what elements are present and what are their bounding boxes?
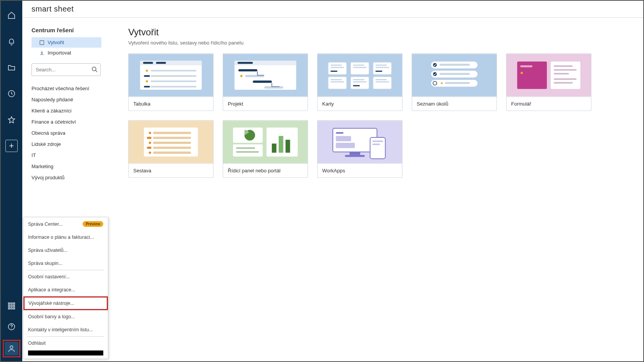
- category-item[interactable]: Obecná správa: [31, 127, 114, 139]
- category-item[interactable]: Finance a účetnictví: [31, 116, 114, 127]
- user-button-highlight: [3, 340, 20, 357]
- user-icon[interactable]: [5, 342, 18, 355]
- svg-rect-13: [40, 40, 44, 45]
- help-icon[interactable]: [4, 319, 19, 334]
- search-input[interactable]: [31, 63, 101, 76]
- card-illus-report: [129, 121, 213, 164]
- svg-rect-77: [554, 73, 569, 74]
- svg-rect-52: [376, 64, 387, 66]
- svg-rect-65: [439, 73, 470, 75]
- card-project[interactable]: Projekt: [223, 53, 308, 111]
- category-item[interactable]: IT: [31, 150, 114, 161]
- svg-rect-72: [520, 65, 533, 67]
- bell-icon[interactable]: [4, 34, 19, 49]
- card-dashboard[interactable]: Řídicí panel nebo portál: [223, 120, 308, 178]
- user-menu-label: Osobní barvy a logo...: [28, 314, 75, 319]
- svg-rect-62: [439, 64, 470, 66]
- svg-point-73: [521, 72, 523, 74]
- user-menu-label: Vývojářské nástroje...: [28, 301, 74, 306]
- clock-icon[interactable]: [4, 86, 19, 101]
- card-form[interactable]: Formulář: [506, 53, 591, 111]
- user-menu-item[interactable]: Správa skupin...: [23, 257, 108, 270]
- search-icon: [91, 66, 98, 73]
- category-item[interactable]: Procházet všechna řešení: [31, 83, 114, 94]
- category-item[interactable]: Lidské zdroje: [31, 139, 114, 150]
- brand-title: smart sheet: [31, 5, 74, 13]
- svg-rect-5: [11, 305, 12, 307]
- category-item[interactable]: Vývoj produktů: [31, 172, 114, 183]
- card-illus-table: [129, 54, 213, 97]
- svg-rect-7: [8, 308, 10, 309]
- svg-rect-27: [151, 86, 196, 88]
- card-table[interactable]: Tabulka: [128, 53, 214, 111]
- user-menu-item[interactable]: Správa uživatelů...: [23, 244, 108, 257]
- svg-rect-100: [286, 140, 290, 153]
- user-menu-label: Kontakty v inteligentním listu...: [28, 327, 93, 332]
- user-menu-label: Správa Center...: [28, 221, 63, 227]
- user-menu-item[interactable]: Aplikace a integrace...: [23, 283, 108, 296]
- svg-rect-47: [331, 81, 344, 83]
- preview-badge: Preview: [83, 221, 103, 227]
- svg-rect-54: [376, 79, 387, 80]
- card-tasks[interactable]: Seznam úkolů: [412, 53, 497, 111]
- svg-rect-26: [144, 86, 150, 88]
- new-button[interactable]: +: [4, 138, 19, 154]
- folder-icon[interactable]: [4, 60, 19, 75]
- svg-rect-109: [372, 141, 383, 142]
- apps-icon[interactable]: [4, 298, 19, 314]
- svg-rect-79: [554, 82, 573, 84]
- svg-rect-45: [331, 67, 344, 68]
- panel-title: Centrum řešení: [31, 27, 114, 33]
- user-menu-label: Osobní nastavení...: [28, 274, 70, 279]
- svg-rect-19: [156, 62, 166, 64]
- star-icon[interactable]: [4, 112, 19, 127]
- user-menu-label: Informace o plánu a fakturaci...: [28, 235, 94, 240]
- svg-rect-98: [272, 144, 276, 153]
- home-icon[interactable]: [4, 8, 19, 23]
- panel-item-create[interactable]: Vytvořit: [31, 37, 101, 48]
- card-workapps[interactable]: WorkApps: [317, 120, 402, 178]
- svg-point-68: [441, 82, 443, 84]
- category-item[interactable]: Marketing: [31, 161, 114, 172]
- svg-rect-55: [376, 81, 389, 83]
- svg-rect-4: [8, 305, 10, 307]
- card-cards[interactable]: Karty: [317, 53, 402, 111]
- svg-rect-110: [372, 144, 380, 145]
- svg-rect-22: [144, 75, 150, 77]
- svg-rect-2: [11, 303, 12, 304]
- user-menu-signout[interactable]: Odhlásit: [23, 337, 108, 350]
- category-list: Procházet všechna řešení Naposledy přida…: [31, 83, 114, 183]
- card-report[interactable]: Sestava: [128, 120, 214, 178]
- svg-rect-104: [336, 136, 351, 141]
- user-menu-label: Odhlásit: [28, 341, 46, 346]
- svg-rect-49: [353, 67, 367, 68]
- svg-rect-51: [353, 81, 367, 83]
- category-item[interactable]: Naposledy přidané: [31, 94, 114, 105]
- svg-point-12: [10, 346, 13, 349]
- svg-rect-78: [554, 78, 576, 80]
- svg-point-86: [149, 142, 151, 144]
- svg-rect-8: [11, 308, 12, 309]
- svg-rect-1: [8, 303, 10, 304]
- card-illus-cards: [318, 54, 402, 97]
- svg-rect-87: [153, 142, 191, 144]
- category-item[interactable]: Klienti a zákazníci: [31, 105, 114, 116]
- svg-rect-46: [331, 79, 342, 80]
- card-illus-tasks: [412, 54, 497, 97]
- svg-point-33: [240, 75, 243, 77]
- user-menu: Správa Center... Preview Informace o plá…: [23, 217, 108, 359]
- card-label: Řídicí panel nebo portál: [223, 164, 308, 177]
- card-label: Sestava: [129, 164, 213, 177]
- card-grid: Tabulka: [128, 53, 629, 178]
- svg-rect-94: [233, 144, 263, 157]
- user-menu-item[interactable]: Osobní nastavení...: [23, 270, 108, 283]
- panel-item-import[interactable]: Importovat: [31, 48, 101, 58]
- user-menu-item[interactable]: Správa Center... Preview: [23, 217, 108, 231]
- user-menu-item[interactable]: Informace o plánu a fakturaci...: [23, 231, 108, 244]
- user-menu-item[interactable]: Osobní barvy a logo...: [23, 310, 108, 323]
- card-illus-workapps: [318, 121, 402, 164]
- user-menu-item[interactable]: Kontakty v inteligentním listu...: [23, 323, 108, 336]
- user-email-redacted: [28, 350, 103, 355]
- user-menu-item-dev-tools[interactable]: Vývojářské nástroje...: [23, 296, 108, 310]
- svg-rect-53: [376, 67, 389, 68]
